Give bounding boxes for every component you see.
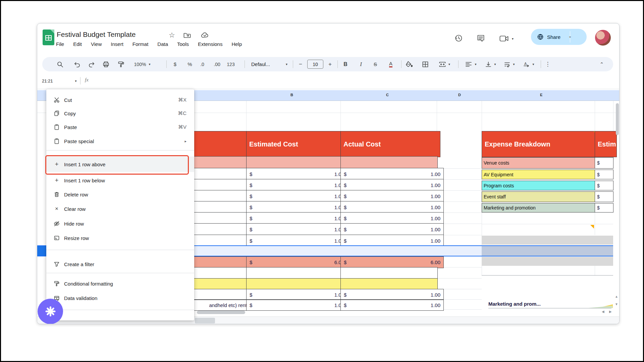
expense-row-venue[interactable]: Venue costs bbox=[482, 157, 595, 169]
print-icon[interactable] bbox=[102, 57, 110, 71]
column-header-E[interactable]: E bbox=[540, 93, 542, 97]
column-header-B[interactable]: B bbox=[290, 93, 293, 97]
version-history-icon[interactable] bbox=[454, 34, 463, 44]
menu-item-hide-row[interactable]: Hide row bbox=[46, 217, 194, 230]
move-folder-icon[interactable] bbox=[183, 32, 191, 40]
font-size-input[interactable]: 10 bbox=[307, 57, 323, 71]
expense-dollar-cell[interactable]: $ bbox=[595, 191, 613, 202]
strikethrough-button[interactable]: S bbox=[371, 57, 380, 71]
table-cell[interactable] bbox=[340, 156, 438, 169]
text-color-button[interactable]: A bbox=[386, 57, 395, 71]
expense-dollar-cell[interactable]: $ bbox=[595, 181, 613, 190]
menu-edit[interactable]: Edit bbox=[73, 41, 82, 47]
estimated-cost-cell[interactable]: $1.00 bbox=[246, 223, 347, 236]
menu-help[interactable]: Help bbox=[231, 41, 242, 47]
scroll-left-icon[interactable]: ◀ bbox=[602, 310, 604, 313]
expense-row-staff[interactable]: Event staff bbox=[482, 191, 595, 202]
actual-cost-cell[interactable]: $1.00 bbox=[340, 212, 444, 224]
actual-cost-cell[interactable]: $1.00 bbox=[340, 179, 444, 191]
paint-format-icon[interactable] bbox=[117, 57, 125, 71]
search-icon[interactable] bbox=[56, 57, 64, 71]
estimated-cost-cell[interactable]: $6.00 bbox=[246, 256, 347, 268]
actual-cost-cell[interactable]: $1.00 bbox=[340, 190, 444, 202]
font-family-select[interactable]: Defaul...▾ bbox=[249, 57, 289, 71]
actual-cost-cell[interactable]: $1.00 bbox=[340, 289, 444, 300]
menu-extensions[interactable]: Extensions bbox=[198, 41, 222, 47]
column-header-C[interactable]: C bbox=[386, 93, 389, 97]
star-icon[interactable]: ☆ bbox=[169, 31, 175, 39]
estimated-cost-cell[interactable]: $1.00 bbox=[246, 190, 347, 202]
menu-item-cut[interactable]: Cut ⌘X bbox=[46, 93, 194, 107]
redo-icon[interactable] bbox=[88, 57, 96, 71]
menu-item-create-filter[interactable]: Create a filter bbox=[46, 257, 194, 271]
menu-insert[interactable]: Insert bbox=[111, 41, 123, 47]
estimated-cost-cell[interactable]: $1.00 bbox=[246, 201, 347, 213]
menu-item-paste[interactable]: Paste ⌘V bbox=[46, 120, 194, 134]
collapse-toolbar-button[interactable]: ⌃ bbox=[597, 57, 606, 71]
menu-format[interactable]: Format bbox=[132, 41, 149, 47]
format-percent-button[interactable]: % bbox=[186, 57, 194, 71]
table-cell[interactable] bbox=[246, 156, 341, 169]
increase-font-size-button[interactable]: + bbox=[326, 57, 334, 71]
estimated-cost-header[interactable]: Estimated Cost bbox=[246, 131, 344, 157]
expense-dollar-cell[interactable]: $ bbox=[595, 203, 613, 213]
decrease-decimal-button[interactable]: .0 bbox=[197, 57, 207, 71]
table-cell[interactable] bbox=[340, 267, 438, 279]
actual-cost-cell[interactable]: $1.00 bbox=[340, 223, 444, 236]
decrease-font-size-button[interactable]: − bbox=[297, 57, 305, 71]
table-cell[interactable] bbox=[246, 267, 341, 279]
estimated-cost-cell[interactable]: $1.00 bbox=[246, 179, 347, 191]
comments-icon[interactable] bbox=[477, 34, 485, 44]
sheets-logo-icon[interactable] bbox=[43, 29, 54, 45]
document-title[interactable]: Festival Budget Template bbox=[57, 31, 136, 39]
menu-view[interactable]: View bbox=[91, 41, 102, 47]
table-cell[interactable] bbox=[246, 278, 341, 290]
account-avatar[interactable] bbox=[595, 30, 611, 46]
vertical-scrollbar-thumb[interactable] bbox=[616, 103, 619, 135]
expense-row-program[interactable]: Program costs bbox=[482, 181, 595, 190]
menu-item-resize-row[interactable]: Resize row bbox=[46, 231, 194, 245]
expense-row-av[interactable]: AV Equipment bbox=[482, 170, 595, 179]
selected-row-gray-section[interactable] bbox=[482, 246, 613, 256]
estimated-cost-cell[interactable]: $1.00 bbox=[246, 235, 347, 247]
expense-breakdown-header[interactable]: Expense Breakdown bbox=[482, 131, 598, 157]
name-box[interactable]: 21:21 ▾ bbox=[41, 74, 78, 87]
scroll-down-icon[interactable]: ▼ bbox=[615, 302, 618, 306]
menu-item-copy[interactable]: Copy ⌘C bbox=[46, 107, 194, 120]
expense-dollar-cell[interactable]: $ bbox=[595, 157, 613, 169]
borders-icon[interactable] bbox=[421, 57, 430, 71]
gray-cells-block[interactable] bbox=[482, 236, 613, 245]
text-wrap-control[interactable]: ▾ bbox=[501, 57, 518, 71]
toolbar-overflow-button[interactable]: ⋮ bbox=[544, 57, 551, 71]
ai-assistant-fab[interactable] bbox=[38, 299, 63, 324]
table-cell[interactable] bbox=[340, 278, 438, 290]
estimated-cost-cell[interactable]: $1.00 bbox=[246, 168, 347, 180]
chart-card[interactable]: Marketing and prom... bbox=[482, 275, 613, 316]
undo-icon[interactable] bbox=[72, 57, 81, 71]
zoom-select[interactable]: 100%▾ bbox=[130, 57, 154, 71]
expense-dollar-cell[interactable]: $ bbox=[595, 170, 613, 179]
format-currency-button[interactable]: $ bbox=[171, 57, 179, 71]
estimated-cost-cell[interactable]: $1.00 bbox=[246, 212, 347, 224]
scroll-right-icon[interactable]: ▶ bbox=[609, 310, 612, 313]
menu-tools[interactable]: Tools bbox=[177, 41, 189, 47]
expense-estimated-header[interactable]: Estim bbox=[595, 131, 617, 157]
scroll-up-icon[interactable]: ▲ bbox=[615, 295, 618, 298]
menu-item-insert-row-below[interactable]: + Insert 1 row below bbox=[46, 174, 194, 187]
cloud-saved-icon[interactable] bbox=[201, 32, 209, 40]
estimated-cost-cell[interactable]: $1.00 bbox=[246, 299, 347, 311]
menu-item-data-validation[interactable]: Data validation bbox=[46, 291, 194, 305]
estimated-cost-cell[interactable]: $1.00 bbox=[246, 289, 347, 300]
menu-data[interactable]: Data bbox=[157, 41, 168, 47]
actual-cost-cell[interactable]: $1.00 bbox=[340, 299, 444, 311]
actual-cost-cell[interactable]: $1.00 bbox=[340, 168, 444, 180]
horizontal-scrollbar-thumb[interactable] bbox=[197, 311, 245, 314]
actual-cost-cell[interactable]: $6.00 bbox=[340, 256, 444, 268]
actual-cost-cell[interactable]: $1.00 bbox=[340, 201, 444, 213]
actual-cost-header[interactable]: Actual Cost bbox=[340, 131, 440, 157]
expense-row-marketing[interactable]: Marketing and promotion bbox=[482, 203, 595, 213]
menu-item-conditional-formatting[interactable]: Conditional formatting bbox=[46, 277, 194, 290]
vertical-align-control[interactable]: ▾ bbox=[482, 57, 499, 71]
increase-decimal-button[interactable]: .00 bbox=[211, 57, 223, 71]
text-rotation-control[interactable]: A ▾ bbox=[520, 57, 537, 71]
